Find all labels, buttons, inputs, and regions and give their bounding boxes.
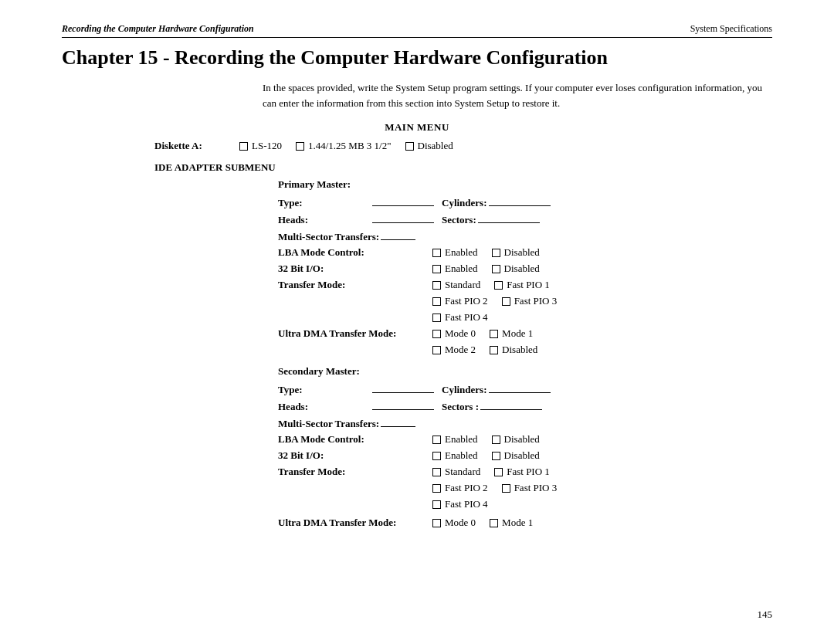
primary-ultra-mode1: Mode 1: [490, 327, 533, 340]
intro-text: In the spaces provided, write the System…: [263, 80, 772, 110]
primary-transfer-pio4: Fast PIO 4: [432, 311, 488, 324]
ide-adapter-label: IDE ADAPTER SUBMENU: [154, 161, 772, 174]
secondary-lba-disabled-label: Disabled: [504, 433, 540, 446]
diskette-option-ls120: LS-120: [239, 140, 282, 152]
secondary-sectors-line: [480, 399, 542, 410]
diskette-option-144-label: 1.44/1.25 MB 3 1/2": [308, 140, 392, 152]
primary-type-label: Type:: [278, 197, 371, 209]
primary-sectors-line: [478, 212, 540, 223]
diskette-option-disabled-label: Disabled: [418, 140, 453, 152]
secondary-ultra-mode1: Mode 1: [490, 517, 533, 529]
primary-transfer-row1: Transfer Mode: Standard Fast PIO 1: [278, 279, 772, 291]
secondary-heads-row: Heads: Sectors :: [278, 399, 772, 413]
primary-ultra-mode2-label: Mode 2: [445, 344, 476, 356]
primary-heads-label: Heads:: [278, 214, 371, 226]
checkbox-primary-ultra-mode1: [490, 330, 498, 338]
secondary-master-title: Secondary Master:: [278, 365, 772, 378]
page-header: Recording the Computer Hardware Configur…: [62, 23, 772, 38]
primary-type-line: [372, 195, 434, 206]
primary-transfer-pio1-label: Fast PIO 1: [507, 279, 550, 291]
secondary-lba-enabled: Enabled: [432, 433, 478, 446]
primary-ultra-mode1-label: Mode 1: [502, 327, 533, 340]
diskette-label: Diskette A:: [154, 140, 224, 152]
primary-transfer-row2: Fast PIO 2 Fast PIO 3: [432, 295, 772, 307]
secondary-ultra-dma-label: Ultra DMA Transfer Mode:: [278, 517, 432, 529]
secondary-32bit-label: 32 Bit I/O:: [278, 449, 432, 462]
secondary-32bit-row: 32 Bit I/O: Enabled Disabled: [278, 449, 772, 462]
checkbox-primary-transfer-pio3: [502, 297, 510, 306]
chapter-title: Chapter 15 - Recording the Computer Hard…: [62, 46, 772, 69]
secondary-type-line: [372, 382, 434, 393]
secondary-sectors-label: Sectors :: [442, 401, 479, 413]
page-number: 145: [758, 608, 773, 621]
secondary-32bit-disabled: Disabled: [492, 449, 540, 462]
secondary-multi-sector-line: [381, 416, 415, 427]
primary-ultra-mode0-label: Mode 0: [445, 327, 476, 340]
primary-32bit-label: 32 Bit I/O:: [278, 263, 432, 275]
secondary-multi-sector-label: Multi-Sector Transfers:: [278, 418, 379, 430]
checkbox-secondary-transfer-pio4: [432, 500, 441, 509]
primary-32bit-disabled: Disabled: [492, 263, 540, 275]
secondary-transfer-pio3: Fast PIO 3: [502, 482, 558, 494]
checkbox-secondary-32bit-enabled: [432, 452, 441, 460]
primary-ultra-dma-label: Ultra DMA Transfer Mode:: [278, 327, 432, 340]
checkbox-secondary-transfer-pio3: [502, 484, 510, 493]
primary-heads-line: [372, 212, 434, 223]
secondary-transfer-row2: Fast PIO 2 Fast PIO 3: [432, 482, 772, 494]
secondary-ultra-mode0-label: Mode 0: [445, 517, 476, 529]
primary-ultra-dma-row1: Ultra DMA Transfer Mode: Mode 0 Mode 1: [278, 327, 772, 340]
secondary-transfer-pio4-label: Fast PIO 4: [445, 498, 488, 510]
primary-transfer-pio1: Fast PIO 1: [494, 279, 550, 291]
primary-cylinders-label: Cylinders:: [442, 197, 487, 209]
secondary-lba-row: LBA Mode Control: Enabled Disabled: [278, 433, 772, 446]
secondary-transfer-pio1: Fast PIO 1: [494, 466, 550, 478]
checkbox-primary-transfer-standard: [432, 281, 441, 290]
secondary-type-row: Type: Cylinders:: [278, 382, 772, 396]
checkbox-primary-transfer-pio4: [432, 314, 441, 322]
secondary-32bit-enabled-label: Enabled: [445, 449, 478, 462]
checkbox-144: [296, 142, 304, 151]
primary-lba-row: LBA Mode Control: Enabled Disabled: [278, 246, 772, 259]
primary-ultra-dma-row2: Mode 2 Disabled: [432, 344, 772, 356]
page: Recording the Computer Hardware Configur…: [0, 0, 834, 644]
secondary-heads-label: Heads:: [278, 401, 371, 413]
primary-type-row: Type: Cylinders:: [278, 195, 772, 209]
checkbox-primary-ultra-mode0: [432, 330, 441, 338]
secondary-lba-disabled: Disabled: [492, 433, 540, 446]
primary-transfer-pio3-label: Fast PIO 3: [514, 295, 558, 307]
primary-multi-sector-row: Multi-Sector Transfers:: [278, 229, 772, 243]
secondary-transfer-pio4: Fast PIO 4: [432, 498, 488, 510]
secondary-transfer-row3: Fast PIO 4: [432, 498, 772, 510]
primary-transfer-pio4-label: Fast PIO 4: [445, 311, 488, 324]
diskette-row: Diskette A: LS-120 1.44/1.25 MB 3 1/2" D…: [154, 140, 772, 152]
secondary-transfer-pio2-label: Fast PIO 2: [445, 482, 488, 494]
primary-32bit-enabled: Enabled: [432, 263, 478, 275]
secondary-heads-line: [372, 399, 434, 410]
main-menu-label: MAIN MENU: [62, 121, 772, 134]
primary-transfer-standard: Standard: [432, 279, 480, 291]
secondary-transfer-standard-label: Standard: [445, 466, 480, 478]
checkbox-secondary-ultra-mode1: [490, 519, 498, 527]
header-right: System Specifications: [690, 23, 772, 35]
secondary-transfer-pio2: Fast PIO 2: [432, 482, 488, 494]
checkbox-disabled: [405, 142, 414, 151]
primary-lba-enabled-label: Enabled: [445, 246, 478, 259]
primary-32bit-row: 32 Bit I/O: Enabled Disabled: [278, 263, 772, 275]
primary-lba-label: LBA Mode Control:: [278, 246, 432, 259]
secondary-ultra-dma-row: Ultra DMA Transfer Mode: Mode 0 Mode 1: [278, 517, 772, 529]
checkbox-secondary-ultra-mode0: [432, 519, 441, 527]
primary-transfer-label: Transfer Mode:: [278, 279, 432, 291]
primary-ultra-mode0: Mode 0: [432, 327, 476, 340]
secondary-lba-enabled-label: Enabled: [445, 433, 478, 446]
secondary-ultra-mode0: Mode 0: [432, 517, 476, 529]
secondary-32bit-enabled: Enabled: [432, 449, 478, 462]
primary-transfer-row3: Fast PIO 4: [432, 311, 772, 324]
primary-lba-disabled: Disabled: [492, 246, 540, 259]
checkbox-primary-lba-enabled: [432, 249, 441, 257]
checkbox-secondary-transfer-pio2: [432, 484, 441, 493]
primary-32bit-disabled-label: Disabled: [504, 263, 540, 275]
secondary-ultra-mode1-label: Mode 1: [502, 517, 533, 529]
secondary-transfer-row1: Transfer Mode: Standard Fast PIO 1: [278, 466, 772, 478]
secondary-transfer-pio1-label: Fast PIO 1: [507, 466, 550, 478]
header-left: Recording the Computer Hardware Configur…: [62, 23, 254, 35]
